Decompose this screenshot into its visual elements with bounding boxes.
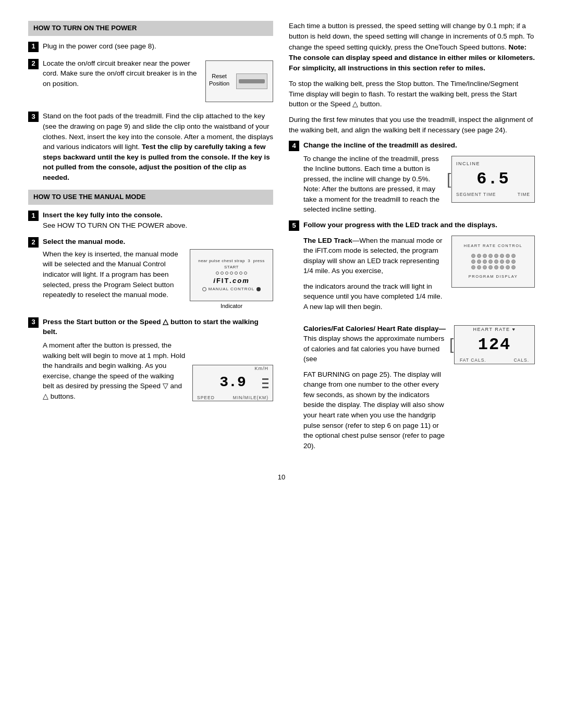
led-dot bbox=[483, 260, 487, 264]
page-number: 10 bbox=[28, 473, 535, 483]
hr-device-wrapper: [ HEART RATE ♥ 124 FAT CALS. CALS. bbox=[454, 324, 535, 456]
time-label: TIME bbox=[518, 191, 530, 198]
console-top-text: near pulse chest strap 3 press START bbox=[193, 258, 270, 270]
step-2-text: Locate the on/off circuit breaker near t… bbox=[43, 58, 199, 89]
right-step-5-content: Follow your progress with the LED track … bbox=[303, 220, 535, 456]
step4-bold: Change the incline of the treadmill as d… bbox=[303, 141, 457, 149]
led-device: HEART RATE CONTROL bbox=[451, 236, 535, 288]
led-dot bbox=[483, 265, 487, 269]
incline-device: [ INCLINE 6.5 SEGMENT TIME TIME bbox=[451, 156, 535, 203]
led-dot bbox=[488, 265, 493, 269]
led-dot bbox=[511, 260, 516, 264]
intro-para-1: Each time a button is pressed, the speed… bbox=[289, 21, 535, 73]
manual-control-row: MANUAL CONTROL bbox=[202, 286, 261, 292]
led-dot bbox=[500, 254, 504, 258]
step-num-1: 1 bbox=[28, 42, 39, 52]
step4-text: To change the incline of the treadmill, … bbox=[303, 154, 445, 215]
led-dot bbox=[477, 265, 481, 269]
led-dots-grid bbox=[468, 251, 519, 273]
incline-label: INCLINE bbox=[456, 161, 480, 167]
manual-step-1-bold: Insert the key fully into the console. bbox=[43, 211, 163, 219]
led-row-2 bbox=[471, 260, 516, 264]
speed-device: Km/H 3.9 SPEED MIN/MILE(km) bbox=[192, 365, 273, 401]
left-column: HOW TO TURN ON THE POWER 1 Plug in the p… bbox=[28, 21, 273, 462]
hr-num: 124 bbox=[478, 333, 511, 357]
led-dot bbox=[494, 254, 498, 258]
led-dot bbox=[506, 254, 510, 258]
manual-step-3-content: Press the Start button or the Speed △ bu… bbox=[43, 317, 273, 402]
step-3-power: 3 Stand on the foot pads of the treadmil… bbox=[28, 111, 273, 182]
led-bottom-label: PROGRAM DISPLAY bbox=[469, 274, 518, 280]
led-device-wrapper: HEART RATE CONTROL bbox=[451, 236, 535, 317]
manual-step-2: 2 Select the manual mode. When the key i… bbox=[28, 237, 273, 311]
led-dot bbox=[500, 265, 504, 269]
manual-step-3-text: A moment after the button is pressed, th… bbox=[43, 340, 186, 401]
section1-header: HOW TO TURN ON THE POWER bbox=[28, 21, 273, 36]
right-step-4-content: Change the incline of the treadmill as d… bbox=[303, 140, 535, 215]
led-dot bbox=[477, 260, 481, 264]
led-dot bbox=[494, 260, 498, 264]
manual-step-num-3: 3 bbox=[28, 317, 39, 328]
cals-label: CALS. bbox=[513, 357, 529, 363]
led-dot bbox=[488, 254, 493, 258]
calories-text-continued: FAT BURNING on page 25). The display wil… bbox=[303, 369, 447, 451]
right-step-num-4: 4 bbox=[289, 141, 299, 151]
step-1-content: Plug in the power cord (see page 8). bbox=[43, 41, 273, 52]
section2-header: HOW TO USE THE MANUAL MODE bbox=[28, 190, 273, 205]
indicator-caption: Indicator bbox=[190, 302, 273, 311]
led-dot bbox=[471, 260, 475, 264]
speed-label: SPEED bbox=[197, 394, 215, 401]
hr-left-bracket: [ bbox=[449, 334, 454, 356]
led-dot bbox=[471, 254, 475, 258]
step-num-2: 2 bbox=[28, 59, 39, 69]
page: HOW TO TURN ON THE POWER 1 Plug in the p… bbox=[0, 0, 563, 728]
step-2-power: 2 Locate the on/off circuit breaker near… bbox=[28, 58, 273, 105]
step5-bold: Follow your progress with the LED track … bbox=[303, 221, 497, 229]
right-step-num-5: 5 bbox=[289, 220, 299, 231]
hr-top-label: HEART RATE ♥ bbox=[473, 326, 516, 333]
manual-step-2-text: When the key is inserted, the manual mod… bbox=[43, 249, 183, 300]
manual-step-2-content: Select the manual mode. When the key is … bbox=[43, 237, 273, 311]
segment-time-label: SEGMENT TIME bbox=[456, 191, 496, 198]
speed-num: 3.9 bbox=[219, 372, 246, 393]
led-text-continued: the indicators around the track will lig… bbox=[303, 281, 444, 312]
step-3-content: Stand on the foot pads of the treadmill.… bbox=[43, 111, 273, 182]
led-dot bbox=[483, 254, 487, 258]
led-dot bbox=[511, 265, 516, 269]
led-dot bbox=[506, 260, 510, 264]
led-dot bbox=[477, 254, 481, 258]
led-dot bbox=[500, 260, 504, 264]
led-row-3 bbox=[471, 265, 516, 269]
calories-text: Calories/Fat Calories/ Heart Rate displa… bbox=[303, 324, 447, 456]
step-1-text: Plug in the power cord (see page 8). bbox=[43, 42, 156, 50]
led-text: The LED Track—When the manual mode or th… bbox=[303, 236, 444, 317]
led-dot bbox=[488, 260, 493, 264]
console-device: near pulse chest strap 3 press START bbox=[190, 249, 273, 301]
led-subsection: The LED Track—When the manual mode or th… bbox=[303, 236, 535, 317]
right-column: Each time a button is pressed, the speed… bbox=[289, 21, 535, 462]
manual-step-1-content: Insert the key fully into the console. S… bbox=[43, 210, 273, 230]
console-ifit-logo: iFIT.com bbox=[213, 276, 249, 286]
calories-text-body: This display shows the approximate numbe… bbox=[303, 335, 444, 363]
manual-step-1-text: See HOW TO TURN ON THE POWER above. bbox=[43, 221, 187, 229]
right-step-5: 5 Follow your progress with the LED trac… bbox=[289, 220, 535, 456]
manual-step-1: 1 Insert the key fully into the console.… bbox=[28, 210, 273, 230]
manual-step-2-bold: Select the manual mode. bbox=[43, 238, 125, 245]
led-top-label: HEART RATE CONTROL bbox=[464, 243, 522, 249]
calories-subsection: Calories/Fat Calories/ Heart Rate displa… bbox=[303, 324, 535, 456]
reset-position-device: Reset Position bbox=[205, 60, 273, 102]
led-dot bbox=[494, 265, 498, 269]
step-num-3: 3 bbox=[28, 112, 39, 122]
fat-cals-label: FAT CALS. bbox=[460, 357, 486, 363]
manual-step-3-bold: Press the Start button or the Speed △ bu… bbox=[43, 318, 259, 336]
intro-para-2: To stop the walking belt, press the Stop… bbox=[289, 79, 535, 109]
led-row-1 bbox=[471, 254, 516, 258]
manual-step-num-2: 2 bbox=[28, 237, 39, 248]
led-dot bbox=[471, 265, 475, 269]
reset-label: Reset Position bbox=[209, 72, 229, 88]
hr-device: [ HEART RATE ♥ 124 FAT CALS. CALS. bbox=[454, 325, 535, 364]
step-1-power: 1 Plug in the power cord (see page 8). bbox=[28, 41, 273, 52]
right-step-4: 4 Change the incline of the treadmill as… bbox=[289, 140, 535, 215]
intro-para-3: During the first few minutes that you us… bbox=[289, 115, 535, 135]
manual-step-3: 3 Press the Start button or the Speed △ … bbox=[28, 317, 273, 402]
